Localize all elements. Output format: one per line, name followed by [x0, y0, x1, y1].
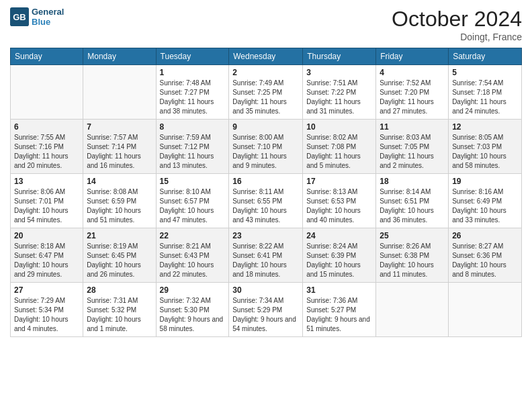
day-number: 22 — [160, 231, 226, 240]
calendar-day-cell: 6Sunrise: 7:55 AMSunset: 7:16 PMDaylight… — [11, 120, 83, 174]
calendar-day-cell — [11, 65, 83, 120]
day-number: 2 — [232, 68, 299, 77]
weekday-header: Tuesday — [156, 48, 229, 65]
day-number: 30 — [232, 285, 299, 295]
calendar-day-cell: 23Sunrise: 8:22 AMSunset: 6:41 PMDayligh… — [229, 228, 303, 283]
day-number: 11 — [380, 122, 445, 132]
weekday-header: Monday — [83, 48, 156, 65]
day-number: 3 — [306, 68, 372, 77]
calendar-week-row: 1Sunrise: 7:48 AMSunset: 7:27 PMDaylight… — [11, 65, 522, 120]
calendar-day-cell: 13Sunrise: 8:06 AMSunset: 7:01 PMDayligh… — [11, 174, 83, 228]
calendar-week-row: 20Sunrise: 8:18 AMSunset: 6:47 PMDayligh… — [11, 228, 522, 283]
calendar-day-cell: 8Sunrise: 7:59 AMSunset: 7:12 PMDaylight… — [156, 120, 229, 174]
day-number: 1 — [160, 68, 226, 77]
day-info: Sunrise: 7:59 AMSunset: 7:12 PMDaylight:… — [160, 133, 226, 171]
calendar-day-cell: 20Sunrise: 8:18 AMSunset: 6:47 PMDayligh… — [11, 228, 83, 283]
day-info: Sunrise: 7:34 AMSunset: 5:29 PMDaylight:… — [232, 296, 299, 334]
day-info: Sunrise: 7:48 AMSunset: 7:27 PMDaylight:… — [160, 79, 226, 116]
day-info: Sunrise: 7:57 AMSunset: 7:14 PMDaylight:… — [87, 133, 152, 171]
calendar-day-cell: 14Sunrise: 8:08 AMSunset: 6:59 PMDayligh… — [83, 174, 156, 228]
calendar-week-row: 27Sunrise: 7:29 AMSunset: 5:34 PMDayligh… — [11, 283, 522, 337]
day-info: Sunrise: 8:27 AMSunset: 6:36 PMDaylight:… — [452, 242, 518, 279]
calendar-day-cell: 16Sunrise: 8:11 AMSunset: 6:55 PMDayligh… — [229, 174, 303, 228]
calendar-day-cell: 22Sunrise: 8:21 AMSunset: 6:43 PMDayligh… — [156, 228, 229, 283]
day-number: 4 — [380, 68, 445, 77]
weekday-header: Sunday — [11, 48, 83, 65]
weekday-header: Saturday — [449, 48, 522, 65]
calendar-week-row: 6Sunrise: 7:55 AMSunset: 7:16 PMDaylight… — [11, 120, 522, 174]
day-number: 7 — [87, 122, 152, 132]
calendar-day-cell: 12Sunrise: 8:05 AMSunset: 7:03 PMDayligh… — [449, 120, 522, 174]
day-info: Sunrise: 8:24 AMSunset: 6:39 PMDaylight:… — [306, 242, 372, 279]
calendar-day-cell: 19Sunrise: 8:16 AMSunset: 6:49 PMDayligh… — [449, 174, 522, 228]
day-number: 29 — [160, 285, 226, 295]
day-number: 13 — [14, 177, 79, 186]
day-number: 17 — [306, 177, 372, 186]
logo-text: General Blue — [32, 7, 64, 27]
calendar-day-cell: 3Sunrise: 7:51 AMSunset: 7:22 PMDaylight… — [303, 65, 376, 120]
title-block: October 2024 Doingt, France — [392, 7, 522, 42]
calendar-day-cell — [376, 283, 449, 337]
day-info: Sunrise: 7:55 AMSunset: 7:16 PMDaylight:… — [14, 133, 79, 171]
day-info: Sunrise: 7:36 AMSunset: 5:27 PMDaylight:… — [306, 296, 372, 334]
calendar-week-row: 13Sunrise: 8:06 AMSunset: 7:01 PMDayligh… — [11, 174, 522, 228]
calendar-day-cell — [83, 65, 156, 120]
calendar-day-cell — [449, 283, 522, 337]
calendar-day-cell: 18Sunrise: 8:14 AMSunset: 6:51 PMDayligh… — [376, 174, 449, 228]
calendar-day-cell: 26Sunrise: 8:27 AMSunset: 6:36 PMDayligh… — [449, 228, 522, 283]
calendar: SundayMondayTuesdayWednesdayThursdayFrid… — [10, 48, 522, 337]
day-number: 14 — [87, 177, 152, 186]
page: GB General Blue October 2024 Doingt, Fra… — [0, 0, 532, 411]
calendar-day-cell: 24Sunrise: 8:24 AMSunset: 6:39 PMDayligh… — [303, 228, 376, 283]
calendar-day-cell: 30Sunrise: 7:34 AMSunset: 5:29 PMDayligh… — [229, 283, 303, 337]
calendar-day-cell: 1Sunrise: 7:48 AMSunset: 7:27 PMDaylight… — [156, 65, 229, 120]
day-info: Sunrise: 8:26 AMSunset: 6:38 PMDaylight:… — [380, 242, 445, 279]
day-number: 26 — [452, 231, 518, 240]
day-info: Sunrise: 8:03 AMSunset: 7:05 PMDaylight:… — [380, 133, 445, 171]
day-number: 16 — [232, 177, 299, 186]
calendar-header-row: SundayMondayTuesdayWednesdayThursdayFrid… — [11, 48, 522, 65]
calendar-day-cell: 2Sunrise: 7:49 AMSunset: 7:25 PMDaylight… — [229, 65, 303, 120]
day-info: Sunrise: 8:18 AMSunset: 6:47 PMDaylight:… — [14, 242, 79, 279]
day-number: 6 — [14, 122, 79, 132]
calendar-day-cell: 28Sunrise: 7:31 AMSunset: 5:32 PMDayligh… — [83, 283, 156, 337]
day-info: Sunrise: 8:14 AMSunset: 6:51 PMDaylight:… — [380, 187, 445, 225]
day-info: Sunrise: 7:54 AMSunset: 7:18 PMDaylight:… — [452, 79, 518, 116]
day-info: Sunrise: 7:32 AMSunset: 5:30 PMDaylight:… — [160, 296, 226, 334]
day-number: 23 — [232, 231, 299, 240]
calendar-day-cell: 21Sunrise: 8:19 AMSunset: 6:45 PMDayligh… — [83, 228, 156, 283]
day-info: Sunrise: 8:19 AMSunset: 6:45 PMDaylight:… — [87, 242, 152, 279]
day-number: 12 — [452, 122, 518, 132]
day-number: 27 — [14, 285, 79, 295]
calendar-day-cell: 25Sunrise: 8:26 AMSunset: 6:38 PMDayligh… — [376, 228, 449, 283]
day-number: 24 — [306, 231, 372, 240]
day-info: Sunrise: 7:31 AMSunset: 5:32 PMDaylight:… — [87, 296, 152, 334]
weekday-header: Friday — [376, 48, 449, 65]
logo-icon: GB — [10, 7, 29, 26]
svg-text:GB: GB — [13, 12, 26, 22]
day-number: 19 — [452, 177, 518, 186]
day-info: Sunrise: 8:02 AMSunset: 7:08 PMDaylight:… — [306, 133, 372, 171]
calendar-day-cell: 17Sunrise: 8:13 AMSunset: 6:53 PMDayligh… — [303, 174, 376, 228]
day-info: Sunrise: 7:29 AMSunset: 5:34 PMDaylight:… — [14, 296, 79, 334]
day-info: Sunrise: 8:22 AMSunset: 6:41 PMDaylight:… — [232, 242, 299, 279]
day-info: Sunrise: 8:00 AMSunset: 7:10 PMDaylight:… — [232, 133, 299, 171]
calendar-day-cell: 9Sunrise: 8:00 AMSunset: 7:10 PMDaylight… — [229, 120, 303, 174]
weekday-header: Thursday — [303, 48, 376, 65]
calendar-day-cell: 31Sunrise: 7:36 AMSunset: 5:27 PMDayligh… — [303, 283, 376, 337]
day-number: 18 — [380, 177, 445, 186]
day-info: Sunrise: 8:11 AMSunset: 6:55 PMDaylight:… — [232, 187, 299, 225]
day-number: 9 — [232, 122, 299, 132]
day-number: 28 — [87, 285, 152, 295]
location: Doingt, France — [392, 32, 522, 42]
day-number: 8 — [160, 122, 226, 132]
day-info: Sunrise: 8:05 AMSunset: 7:03 PMDaylight:… — [452, 133, 518, 171]
header: GB General Blue October 2024 Doingt, Fra… — [10, 7, 522, 42]
day-number: 31 — [306, 285, 372, 295]
weekday-header: Wednesday — [229, 48, 303, 65]
day-info: Sunrise: 8:06 AMSunset: 7:01 PMDaylight:… — [14, 187, 79, 225]
calendar-day-cell: 11Sunrise: 8:03 AMSunset: 7:05 PMDayligh… — [376, 120, 449, 174]
calendar-day-cell: 5Sunrise: 7:54 AMSunset: 7:18 PMDaylight… — [449, 65, 522, 120]
calendar-day-cell: 10Sunrise: 8:02 AMSunset: 7:08 PMDayligh… — [303, 120, 376, 174]
calendar-day-cell: 29Sunrise: 7:32 AMSunset: 5:30 PMDayligh… — [156, 283, 229, 337]
